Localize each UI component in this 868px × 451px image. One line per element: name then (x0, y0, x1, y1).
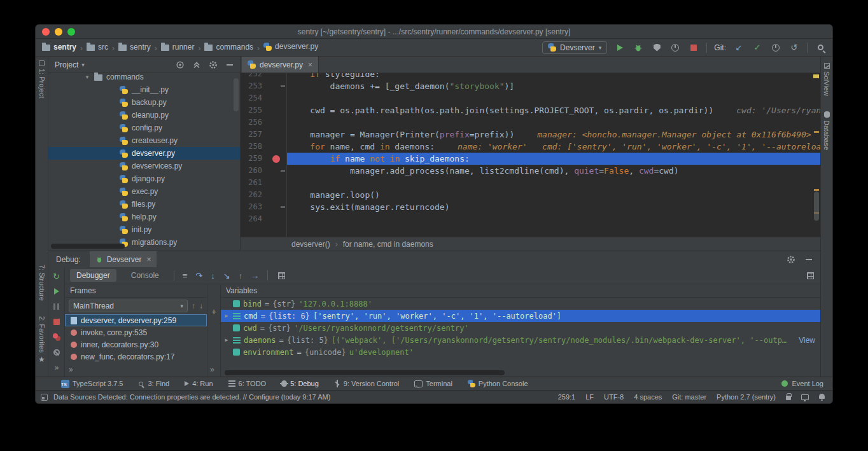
minimize-window-button[interactable] (55, 28, 62, 36)
line-number[interactable]: 261 (241, 177, 286, 189)
project-tree-item[interactable]: devservices.py (48, 160, 240, 172)
collapse-all-button[interactable] (192, 60, 202, 70)
status-message[interactable]: Data Sources Detected: Connection proper… (53, 393, 330, 401)
project-tree-item[interactable]: ▾commands (48, 71, 240, 83)
variable-row[interactable]: environment={unicode}u'development' (221, 346, 820, 358)
breadcrumb-item[interactable]: src (87, 43, 108, 52)
update-project-button[interactable]: ↙ (733, 42, 745, 53)
step-over-button[interactable]: ↷ (195, 272, 202, 280)
toolwindow-sciview-button[interactable]: SciView (821, 63, 832, 96)
line-separator[interactable]: LF (585, 393, 594, 401)
code-line[interactable]: manager.add_process(name, list2cmdline(c… (286, 165, 820, 177)
evaluate-expression-button[interactable] (276, 270, 286, 281)
project-tree-item[interactable]: createuser.py (48, 134, 240, 147)
commit-button[interactable]: ✓ (752, 42, 763, 53)
project-tree-item[interactable]: __init__.py (48, 83, 240, 96)
debug-button[interactable] (633, 42, 644, 53)
toolwindow-structure-button[interactable]: 7: Structure (36, 265, 48, 301)
step-into-my-code-button[interactable]: ↘ (223, 272, 230, 280)
code-line[interactable]: sys.exit(manager.returncode) (286, 201, 820, 213)
restore-layout-button[interactable] (805, 270, 815, 281)
expand-toggle-icon[interactable]: ▶ (223, 337, 230, 343)
line-number[interactable]: 252 (241, 73, 286, 80)
variable-row[interactable]: ▶cmd={list: 6}['sentry', 'run', 'worker'… (221, 310, 820, 322)
debug-session-tab[interactable]: Devserver × (90, 251, 157, 267)
stack-frame-row[interactable]: inner, decorators.py:30 (65, 338, 207, 350)
more-actions-chevron[interactable]: » (69, 365, 73, 374)
project-tree-item[interactable]: devserver.py (48, 147, 240, 160)
breakpoint-icon[interactable] (272, 155, 280, 163)
line-number[interactable]: 254 (241, 92, 286, 104)
notifications-bell-icon[interactable] (819, 394, 825, 399)
toolwindow-button[interactable]: Python Console (468, 380, 528, 387)
variables-horizontal-scrollbar[interactable] (225, 370, 505, 375)
chevron-down-icon[interactable]: ▾ (81, 62, 85, 68)
editor-error-stripe[interactable] (812, 73, 820, 237)
variable-row[interactable]: cwd={str}'/Users/ryanskonnord/getsentry/… (221, 322, 820, 334)
tab-debugger[interactable]: Debugger (70, 269, 116, 282)
hide-project-panel-button[interactable] (225, 60, 235, 70)
run-with-coverage-button[interactable] (651, 42, 662, 53)
zoom-window-button[interactable] (67, 28, 75, 36)
debug-settings-button[interactable] (786, 254, 796, 265)
code-line[interactable]: daemons += [_get_daemon("storybook")] (286, 80, 820, 92)
view-link[interactable]: View (792, 336, 815, 345)
history-button[interactable] (770, 42, 781, 53)
thread-selector[interactable]: MainThread ▾ (69, 300, 188, 312)
code-line[interactable] (286, 213, 820, 225)
project-tree-item[interactable]: cleanup.py (48, 109, 240, 121)
toolwindow-database-button[interactable]: Database (821, 111, 832, 150)
project-tree-item[interactable]: init.py (48, 223, 240, 236)
stack-frame-row[interactable]: devserver, devserver.py:259 (65, 314, 207, 326)
code-line[interactable]: manager = Manager(Printer(prefix=prefix)… (286, 128, 820, 141)
toolwindow-button[interactable]: Terminal (414, 380, 452, 387)
breadcrumb-item[interactable]: commands (204, 43, 253, 52)
fold-marker[interactable] (281, 85, 285, 87)
toolwindow-switcher-icon[interactable] (41, 394, 48, 401)
line-number[interactable]: 263 (241, 201, 286, 213)
rollback-button[interactable]: ↺ (788, 42, 800, 53)
toolwindow-button[interactable]: 5: Debug (281, 380, 319, 387)
code-line[interactable]: cwd = os.path.realpath(os.path.join(sett… (286, 104, 820, 116)
lock-icon[interactable] (786, 396, 791, 400)
project-vertical-scrollbar[interactable] (234, 78, 239, 111)
rerun-button[interactable]: ↻ (52, 272, 62, 281)
search-everywhere-button[interactable] (815, 42, 826, 53)
stack-frame-row[interactable]: invoke, core.py:535 (65, 326, 207, 338)
toolwindow-button[interactable]: 3: Find (139, 380, 170, 387)
breadcrumb-item[interactable]: sentry (42, 43, 76, 52)
line-number[interactable]: 258 (241, 141, 286, 153)
step-into-button[interactable]: ↓ (211, 272, 215, 280)
profiler-button[interactable] (669, 42, 681, 53)
tab-devserver-py[interactable]: devserver.py × (242, 57, 319, 73)
close-tab-icon[interactable]: × (146, 255, 151, 264)
project-tree-item[interactable]: config.py (48, 121, 240, 134)
stop-button[interactable] (688, 42, 699, 53)
indent-style[interactable]: 4 spaces (634, 393, 662, 401)
editor-breadcrumb-item[interactable]: devserver() (291, 240, 330, 249)
python-interpreter[interactable]: Python 2.7 (sentry) (717, 393, 776, 401)
toolwindow-favorites-button[interactable]: 2: Favorites ★ (36, 316, 48, 364)
more-actions-chevron[interactable]: » (210, 365, 214, 374)
editor-breadcrumb-item[interactable]: for name, cmd in daemons (343, 240, 433, 249)
resume-button[interactable] (52, 287, 62, 296)
code-line[interactable]: for name, cmd in daemons:name: 'worker' … (286, 141, 820, 153)
project-tree-item[interactable]: files.py (48, 198, 240, 211)
editor[interactable]: 252253254255256257258259260261262263264 … (241, 73, 820, 237)
breadcrumb-item[interactable]: runner (161, 43, 195, 52)
code-line[interactable]: if styleguide: (286, 73, 820, 80)
event-log-button[interactable]: Event Log (781, 380, 823, 387)
view-breakpoints-button[interactable] (52, 333, 62, 342)
project-panel-title[interactable]: Project (55, 60, 78, 69)
previous-frame-button[interactable]: ↑ (192, 302, 195, 310)
line-number[interactable]: 264 (241, 213, 286, 225)
toolwindow-button[interactable]: 4: Run (185, 380, 213, 387)
breadcrumb-item[interactable]: devserver.py (263, 42, 318, 51)
fold-marker[interactable] (281, 170, 285, 172)
expand-toggle-icon[interactable]: ▶ (223, 313, 230, 319)
line-number[interactable]: 253 (241, 80, 286, 92)
close-tab-icon[interactable]: × (308, 60, 312, 69)
run-to-cursor-button[interactable]: → (251, 272, 259, 280)
titlebar[interactable]: sentry [~/getsentry/sentry] - .../src/se… (36, 25, 832, 39)
line-number[interactable]: 255 (241, 104, 286, 116)
